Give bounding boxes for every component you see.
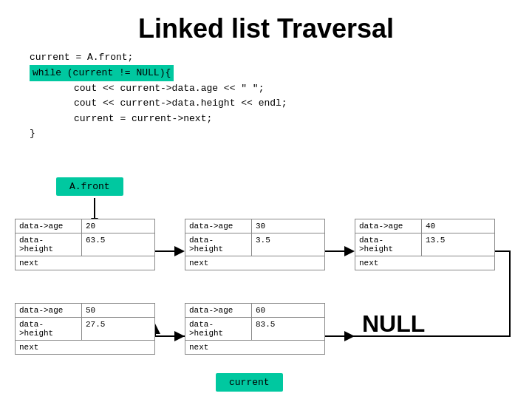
null-label: NULL (362, 310, 425, 338)
code-line-6: } (30, 126, 532, 141)
node-1: data->age 20 data->height 63.5 next (15, 219, 155, 270)
code-line-5: current = current->next; (30, 112, 532, 126)
affront-arrow (94, 198, 95, 219)
code-block: current = A.front; while (current != NUL… (0, 50, 532, 141)
current-label: current (216, 373, 283, 392)
code-line-4: cout << current->data.height << endl; (30, 96, 532, 111)
code-line-1: current = A.front; (30, 50, 532, 65)
diagram: A.front data->age 20 data->height 63.5 (0, 148, 532, 399)
node-4: data->age 50 data->height 27.5 next (15, 303, 155, 355)
code-line-2: while (current != NULL){ (30, 65, 532, 81)
page-title: Linked list Traversal (0, 0, 532, 50)
affront-label: A.front (56, 177, 123, 196)
node-2: data->age 30 data->height 3.5 next (185, 219, 325, 270)
code-line-3: cout << current->data.age << " "; (30, 81, 532, 96)
node-5: data->age 60 data->height 83.5 next (185, 303, 325, 355)
node-3: data->age 40 data->height 13.5 next (355, 219, 495, 270)
code-highlight: while (current != NULL){ (30, 65, 174, 81)
